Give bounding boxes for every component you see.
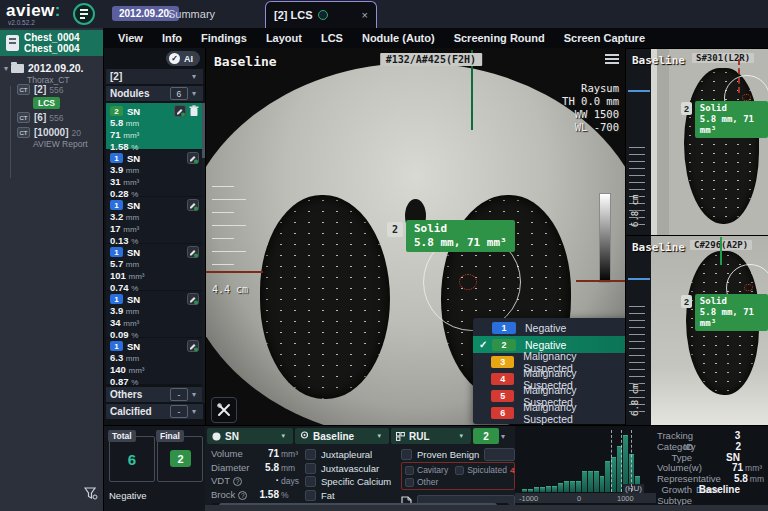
proven-benign-input[interactable] [484,448,515,461]
tab-summary[interactable]: Summary [168,8,215,20]
check-icon: ✓ [479,339,492,350]
nodule-card-4[interactable]: 1 SN 5.7 mm 101 mm³ 0.74 % [106,244,203,290]
nodule-card-5[interactable]: 1 SN 3.9 mm 34 mm³ 0.09 % [106,291,203,337]
others-section-header[interactable]: Others - ▾ [106,387,203,402]
report-circle-icon[interactable] [72,2,96,26]
chevron-down-icon: ▾ [281,432,285,440]
histogram-unit-label: (HU) [623,484,644,493]
nodule-segmentation-outline [742,94,751,101]
nodule-card-1[interactable]: 2 SN 5.8 mm 71 mm³ 1.58 % [106,103,203,149]
timepoint-label: Baseline [632,241,685,254]
axial-viewport[interactable]: Baseline #132/A#425(F2H) Raysum TH 0.0 m… [205,48,625,425]
solid-nodule-icon [212,432,221,441]
nodule-type-dropdown[interactable]: SN ▾ [207,428,293,444]
lcs-series-badge: LCS [33,97,60,109]
category-badge: 1 [110,200,123,210]
edit-probe-icon[interactable] [174,105,186,117]
coronal-viewport[interactable]: Baseline C#296(A2P) 2 Solid5.8 mm, 71 mm… [625,235,768,425]
checkbox-spiculated[interactable] [455,466,464,475]
lobe-location-dropdown[interactable]: RUL ▾ [391,428,471,444]
chevron-down-icon: ▾ [459,432,463,440]
menu-item-view[interactable]: View [118,32,143,44]
checkbox-fat[interactable]: Fat [305,489,397,503]
chevron-down-icon: ▾ [192,89,196,98]
nodule-card-6[interactable]: 1 SN 6.3 mm 140 mm³ 0.87 % [106,338,203,384]
checkbox-proven-benign[interactable]: Proven Benign [401,448,515,462]
lobe-grid-icon [396,432,405,441]
ct-modality-icon: CT [17,84,30,95]
nodule-annotation[interactable]: 2 Solid5.8 mm, 71 mm³ [681,101,768,138]
total-box: Total 6 [109,436,155,482]
nodule-card-3[interactable]: 1 SN 3.2 mm 17 mm³ 0.13 % [106,197,203,243]
sagittal-viewport[interactable]: Baseline S#301(L2R) 2 Solid5.8 mm, 71 mm… [625,48,768,235]
final-box: Final 2 [157,436,203,482]
bottom-scroll-strip[interactable] [205,505,768,511]
series-group-header[interactable]: [2] ▾ [106,69,203,84]
series-item-6[interactable]: CT [6] 556 [17,112,63,123]
nodule-count-badge: 6 [170,87,188,100]
ruler-scale-label: 4.4 cm [212,284,248,295]
series-item-10000[interactable]: CT [10000] 20 [17,127,81,138]
ct-modality-icon: CT [17,127,30,138]
grayscale-bar[interactable] [599,193,611,283]
category-option-6[interactable]: 6Malignancy Suspected [473,404,625,421]
menu-item-findings[interactable]: Findings [201,32,247,44]
summary-totals: Total 6 Final 2 Negative [103,425,205,511]
menu-item-lcs[interactable]: LCS [321,32,343,44]
nodule-segmentation-outline [744,284,753,291]
slice-position-marker[interactable] [628,278,650,280]
help-icon[interactable]: ? [238,491,247,500]
menu-item-layout[interactable]: Layout [266,32,302,44]
screening-result-label: Negative [109,490,147,501]
final-category-badge: 2 [170,450,191,467]
menu-item-screening-round[interactable]: Screening Round [454,32,545,44]
nodule-card-2[interactable]: 1 SN 3.9 mm 31 mm³ 0.28 % [106,150,203,196]
edit-probe-icon[interactable] [187,246,199,258]
menu-bar: View Info Findings Layout LCS Nodule (Au… [103,28,768,48]
aview-app: aview: v2.0.52.2 2012.09.20. Summary [2]… [0,0,768,511]
folder-icon [11,64,24,73]
chevron-down-icon: ▾ [377,432,381,440]
category-option-1[interactable]: 1Negative [473,319,625,336]
checkbox-specific-calcium[interactable]: Specific Calcium [305,475,397,489]
tools-button[interactable] [211,397,237,423]
study-item[interactable]: ▾ 2012.09.20. [4,62,83,74]
scale-label: 6.8 cm [630,194,640,227]
tree-line [10,86,11,178]
edit-probe-icon[interactable] [187,340,199,352]
tab-close-icon[interactable]: × [362,9,368,21]
calcified-section-header[interactable]: Calcified - ▾ [106,404,203,419]
edit-probe-icon[interactable] [187,199,199,211]
slice-position-marker[interactable] [628,90,650,92]
filter-icon[interactable] [84,486,98,504]
hamburger-menu-icon[interactable] [605,54,619,66]
checkbox-other[interactable] [405,478,414,487]
menu-item-info[interactable]: Info [162,32,182,44]
nodule-annotation[interactable]: 2 Solid5.8 mm, 71 mm³ [681,294,768,331]
edit-probe-icon[interactable] [187,293,199,305]
help-icon[interactable]: ? [233,477,242,486]
checkbox-cavitary[interactable] [405,466,414,475]
category-badge: 2 [110,106,123,116]
slice-indicator: #132/A#425(F2H) [380,53,482,66]
total-count: 6 [110,451,154,468]
nodule-annotation[interactable]: 2 Solid5.8 mm, 71 mm³ [387,220,515,252]
chevron-down-icon[interactable]: ▾ [501,432,505,441]
checkbox-juxtavascular[interactable]: Juxtavascular [305,462,397,476]
menu-item-nodule-auto[interactable]: Nodule (Auto) [362,32,435,44]
top-bar: aview: v2.0.52.2 2012.09.20. Summary [2]… [0,0,768,28]
patient-item[interactable]: Chest_0004Chest_0004 [0,30,103,56]
trash-icon[interactable] [189,105,199,117]
edit-probe-icon[interactable] [187,152,199,164]
ai-toggle-button[interactable]: ✓ AI [166,51,200,66]
histogram-x-axis[interactable]: -1000 0 1000 [515,493,656,503]
ct-modality-icon: CT [17,112,30,123]
series-item-2[interactable]: CT [2] 556 [17,84,63,95]
menu-item-screen-capture[interactable]: Screen Capture [564,32,645,44]
tab-lcs[interactable]: [2] LCS × [265,1,377,28]
category-dropdown-button[interactable]: 2 [473,428,499,444]
timepoint-dropdown[interactable]: Baseline ▾ [295,428,389,444]
series-report-label: AVIEW Report [33,139,88,149]
nodules-section-header[interactable]: Nodules 6 ▾ [106,86,203,101]
checkbox-juxtapleural[interactable]: Juxtapleural [305,448,397,462]
